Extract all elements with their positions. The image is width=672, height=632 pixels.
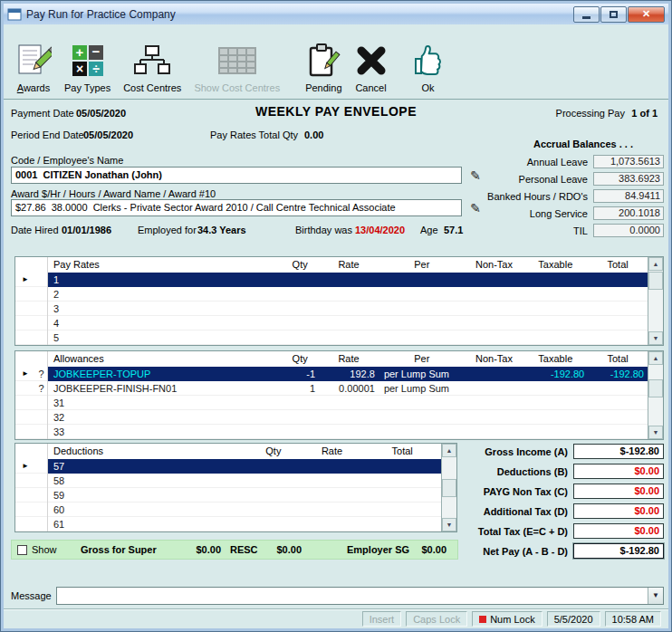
deductions-scrollbar[interactable]: ▲ ▼ bbox=[441, 444, 456, 531]
show-cost-centres-icon bbox=[217, 40, 257, 81]
net-pay-label: Net Pay (A - B - D) bbox=[461, 546, 573, 557]
col-qty: Qty bbox=[281, 257, 319, 273]
additional-tax-label: Additional Tax (D) bbox=[461, 506, 573, 517]
deduction-row-59[interactable]: 59 bbox=[15, 488, 441, 503]
cost-centres-button[interactable]: Cost Centres bbox=[117, 28, 187, 95]
gross-for-super-value: $0.00 bbox=[167, 544, 221, 555]
allowances-scrollbar[interactable]: ▲ ▼ bbox=[648, 351, 663, 439]
client-area: Awards + − × ÷ Pay Types bbox=[4, 24, 668, 628]
pay-rates-scrollbar[interactable]: ▲ ▼ bbox=[648, 257, 663, 345]
status-insert: Insert bbox=[362, 611, 402, 627]
deduction-row-61[interactable]: 61 bbox=[15, 517, 441, 531]
allowance-row-32[interactable]: 32 bbox=[15, 410, 648, 425]
scroll-thumb[interactable] bbox=[442, 479, 456, 497]
pay-rates-row-5[interactable]: 5 bbox=[15, 330, 648, 345]
message-dropdown-button[interactable]: ▼ bbox=[648, 588, 663, 604]
ok-label: Ok bbox=[421, 82, 434, 93]
awards-icon bbox=[15, 40, 52, 81]
pay-rates-row-1[interactable]: ► 1 bbox=[15, 273, 648, 287]
toolbar-separator bbox=[394, 28, 407, 37]
svg-text:×: × bbox=[75, 62, 82, 76]
pay-types-button[interactable]: + − × ÷ Pay Types bbox=[58, 28, 117, 95]
scroll-up-icon[interactable]: ▲ bbox=[442, 444, 456, 457]
show-cost-centres-button: Show Cost Centres bbox=[187, 28, 286, 95]
award-field[interactable]: $27.86 38.0000 Clerks - Private Sector A… bbox=[11, 199, 462, 216]
pay-types-icon: + − × ÷ bbox=[70, 40, 106, 81]
col-taxable: Taxable bbox=[523, 351, 588, 367]
col-nontax: Non-Tax bbox=[466, 257, 523, 273]
awards-button[interactable]: Awards bbox=[9, 28, 58, 95]
birthday-label: Birthday was bbox=[295, 225, 352, 235]
ok-thumbs-up-icon bbox=[413, 40, 444, 81]
combo-arrow-icon: ▼ bbox=[652, 591, 659, 599]
total-tax-value: $0.00 bbox=[573, 523, 664, 539]
pay-rates-grid: Pay Rates Qty Rate Per Non-Tax Taxable T… bbox=[14, 256, 664, 346]
summary-row-gross-income: Gross Income (A) $-192.80 bbox=[461, 444, 664, 459]
award-label: Award $/Hr / Hours / Award Name / Award … bbox=[11, 188, 216, 199]
col-rate: Rate bbox=[301, 444, 364, 459]
scroll-down-icon[interactable]: ▼ bbox=[648, 426, 663, 439]
col-total: Total bbox=[588, 351, 648, 367]
gross-income-value: $-192.80 bbox=[573, 444, 664, 459]
deductions-total-value: $0.00 bbox=[573, 464, 664, 479]
allowance-row-31[interactable]: 31 bbox=[15, 396, 648, 410]
scroll-down-icon[interactable]: ▼ bbox=[648, 331, 663, 345]
cancel-button[interactable]: Cancel bbox=[349, 28, 394, 95]
employee-code-label: Code / Employee's Name bbox=[11, 155, 123, 166]
message-text[interactable] bbox=[57, 588, 648, 604]
message-label: Message bbox=[11, 590, 52, 601]
deduction-row-57[interactable]: ► 57 bbox=[15, 459, 441, 474]
titlebar: Pay Run for Practice Company ✕ bbox=[4, 4, 668, 24]
pending-button[interactable]: Pending bbox=[299, 28, 348, 95]
minimize-button[interactable] bbox=[573, 6, 600, 23]
allowance-row-jobkeeper-finish[interactable]: ? JOBKEEPER-FINISH-FN01 1 0.00001 per Lu… bbox=[15, 381, 648, 396]
employee-code-field[interactable]: 0001 CITIZEN Jonathan (John) bbox=[11, 167, 462, 184]
scroll-thumb[interactable] bbox=[648, 272, 663, 290]
date-hired-value: 01/01/1986 bbox=[62, 225, 111, 235]
col-rate: Rate bbox=[319, 351, 379, 367]
summary-row-additional-tax: Additional Tax (D) $0.00 bbox=[461, 503, 664, 519]
award-edit-button[interactable]: ✎ bbox=[466, 199, 485, 216]
pay-rates-row-3[interactable]: 3 bbox=[15, 302, 648, 316]
status-time: 10:58 AM bbox=[605, 611, 661, 627]
col-taxable: Taxable bbox=[523, 257, 588, 273]
deductions-total-label: Deductions (B) bbox=[461, 466, 573, 477]
employee-edit-button[interactable]: ✎ bbox=[466, 167, 485, 184]
message-input[interactable]: ▼ bbox=[56, 587, 664, 605]
pay-rates-row-2[interactable]: 2 bbox=[15, 287, 648, 302]
cancel-label: Cancel bbox=[355, 82, 386, 93]
employed-for-label: Employed for bbox=[138, 225, 197, 235]
super-strip: Show Gross for Super $0.00 RESC $0.00 Em… bbox=[11, 540, 458, 560]
maximize-button[interactable] bbox=[600, 6, 627, 23]
row-marker-icon: ► bbox=[15, 459, 35, 474]
ok-button[interactable]: Ok bbox=[407, 28, 450, 95]
allowance-row-jobkeeper-topup[interactable]: ► ? JOBKEEPER-TOPUP -1 192.8 per Lump Su… bbox=[15, 367, 648, 381]
show-checkbox[interactable] bbox=[17, 545, 27, 555]
date-hired-label: Date Hired bbox=[11, 225, 59, 235]
deductions-header: Deductions Qty Rate Total bbox=[15, 444, 441, 459]
gross-for-super-label: Gross for Super bbox=[81, 544, 157, 555]
summary-row-payg: PAYG Non Tax (C) $0.00 bbox=[461, 484, 664, 499]
pay-rates-total-qty-label: Pay Rates Total Qty bbox=[210, 129, 298, 140]
col-allowances: Allowances bbox=[48, 351, 281, 367]
employed-for-value: 34.3 Years bbox=[197, 225, 246, 235]
close-button[interactable]: ✕ bbox=[628, 6, 665, 23]
allowance-row-33[interactable]: 33 bbox=[15, 425, 648, 439]
col-rate: Rate bbox=[319, 257, 379, 273]
status-num-lock: Num Lock bbox=[472, 611, 542, 627]
total-tax-label: Total Tax (E=C + D) bbox=[461, 526, 573, 537]
col-pay-rates: Pay Rates bbox=[48, 257, 281, 273]
scroll-thumb[interactable] bbox=[648, 379, 663, 397]
pending-label: Pending bbox=[305, 82, 341, 93]
deduction-row-58[interactable]: 58 bbox=[15, 474, 441, 488]
pay-types-label: Pay Types bbox=[64, 82, 110, 93]
pay-rates-row-4[interactable]: 4 bbox=[15, 316, 648, 330]
minimize-icon bbox=[582, 16, 590, 19]
age-label: Age bbox=[420, 225, 438, 235]
deduction-row-60[interactable]: 60 bbox=[15, 503, 441, 517]
scroll-down-icon[interactable]: ▼ bbox=[442, 518, 456, 531]
col-qty: Qty bbox=[281, 351, 319, 367]
scroll-up-icon[interactable]: ▲ bbox=[648, 351, 663, 365]
scroll-up-icon[interactable]: ▲ bbox=[648, 257, 663, 271]
status-date: 5/5/2020 bbox=[547, 611, 600, 627]
